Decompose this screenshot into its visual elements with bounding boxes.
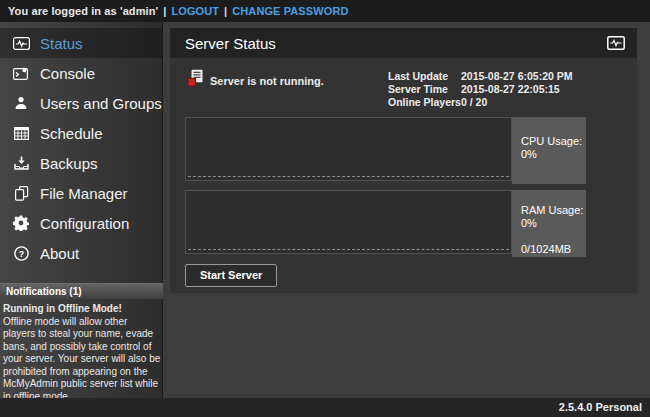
topbar: You are logged in as 'admin' | LOGOUT | … [0, 0, 650, 22]
schedule-icon [11, 126, 31, 140]
sidebar-item-backups[interactable]: Backups [0, 148, 162, 178]
question-icon: ? [11, 246, 31, 261]
sidebar-item-status[interactable]: Status [0, 28, 162, 58]
separator: | [163, 5, 166, 17]
notification-text: Offline mode will allow other players to… [3, 316, 161, 404]
info-label: Server Time [388, 83, 461, 96]
sidebar-item-label: Configuration [40, 215, 129, 232]
logged-in-text: You are logged in as 'admin' [8, 5, 158, 17]
mcmyadmin-window: You are logged in as 'admin' | LOGOUT | … [0, 0, 650, 417]
sidebar-item-label: Status [40, 35, 83, 52]
change-password-link[interactable]: CHANGE PASSWORD [232, 5, 348, 17]
page-title: Server Status [185, 35, 607, 52]
version-label: 2.5.4.0 Personal [559, 401, 642, 413]
sidebar-item-console[interactable]: Console [0, 58, 162, 88]
panel-header: Server Status [170, 28, 637, 58]
ram-usage-box: RAM Usage: 0% 0/1024MB [512, 190, 586, 257]
ram-usage-label: RAM Usage: [521, 204, 586, 217]
sidebar-item-users-and-groups[interactable]: Users and Groups [0, 88, 162, 118]
sidebar-item-label: File Manager [40, 185, 128, 202]
info-label: Last Update [388, 70, 461, 83]
notifications-body: Running in Offline Mode! Offline mode wi… [3, 303, 161, 403]
activity-icon [607, 36, 625, 50]
bottombar: 2.5.4.0 Personal [0, 398, 650, 417]
status-info: Last Update2015-08-27 6:05:20 PMServer T… [388, 70, 573, 109]
sidebar-item-label: Users and Groups [40, 95, 162, 112]
panel-body: Server is not running. Last Update2015-0… [170, 58, 637, 293]
logout-link[interactable]: LOGOUT [171, 5, 219, 17]
file-manager-icon [11, 186, 31, 201]
server-stopped-icon [187, 69, 205, 91]
info-row: Last Update2015-08-27 6:05:20 PM [388, 70, 573, 83]
info-value: 0 / 20 [461, 96, 487, 109]
console-icon [11, 67, 31, 80]
sidebar-item-label: Schedule [40, 125, 103, 142]
info-value: 2015-08-27 22:05:15 [461, 83, 560, 96]
spacer [521, 230, 586, 243]
sidebar-item-label: About [40, 245, 79, 262]
cpu-usage-chart [185, 117, 512, 181]
ram-usage-detail: 0/1024MB [521, 243, 586, 256]
sidebar-menu: StatusConsoleUsers and GroupsScheduleBac… [0, 22, 162, 268]
gear-icon [11, 215, 31, 231]
cpu-usage-value: 0% [521, 148, 586, 161]
activity-icon [11, 37, 31, 50]
users-icon [11, 96, 31, 110]
sidebar-item-file-manager[interactable]: File Manager [0, 178, 162, 208]
sidebar: StatusConsoleUsers and GroupsScheduleBac… [0, 22, 163, 398]
sidebar-item-about[interactable]: ?About [0, 238, 162, 268]
ram-usage-chart [185, 190, 512, 254]
backups-icon [11, 156, 31, 170]
notification-title: Running in Offline Mode! [3, 303, 161, 316]
info-label: Online Players [388, 96, 461, 109]
cpu-usage-box: CPU Usage: 0% [512, 117, 586, 184]
info-row: Server Time2015-08-27 22:05:15 [388, 83, 573, 96]
svg-text:?: ? [18, 248, 24, 258]
server-status-message: Server is not running. [210, 75, 324, 87]
info-value: 2015-08-27 6:05:20 PM [461, 70, 573, 83]
sidebar-item-label: Console [40, 65, 95, 82]
sidebar-item-schedule[interactable]: Schedule [0, 118, 162, 148]
start-server-button[interactable]: Start Server [185, 264, 277, 287]
cpu-usage-label: CPU Usage: [521, 135, 586, 148]
notifications-header: Notifications (1) [0, 283, 163, 299]
separator: | [224, 5, 227, 17]
sidebar-item-label: Backups [40, 155, 98, 172]
ram-usage-value: 0% [521, 217, 586, 230]
server-status-panel: Server Status Server is not running. Las… [170, 28, 637, 293]
sidebar-item-configuration[interactable]: Configuration [0, 208, 162, 238]
info-row: Online Players0 / 20 [388, 96, 573, 109]
